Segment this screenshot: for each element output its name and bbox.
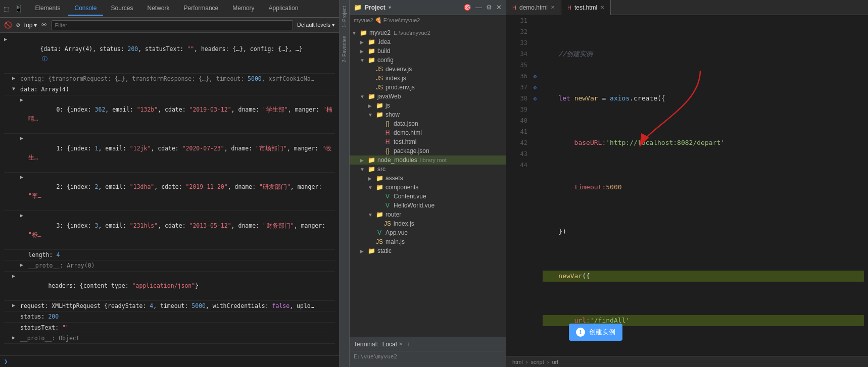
- build-folder-icon: 📁: [367, 47, 376, 55]
- appvue-label: App.vue: [385, 229, 408, 236]
- sidebar-project-label[interactable]: 1- Project: [341, 2, 348, 32]
- editor-tab-test[interactable]: H test.html ✕: [561, 0, 611, 15]
- tree-router[interactable]: ▼ 📁 router: [350, 210, 506, 219]
- tree-javaweb[interactable]: ▼ 📁 javaWeb: [350, 92, 506, 101]
- tree-demohtml[interactable]: H demo.html: [350, 128, 506, 137]
- tree-router-indexjs[interactable]: JS index.js: [350, 219, 506, 228]
- tree-nodemodules[interactable]: ▶ 📁 node_modules library root: [350, 155, 506, 165]
- breadcrumb-html: html: [512, 359, 523, 365]
- tooltip-text: 创建实例: [589, 327, 615, 338]
- tree-config[interactable]: ▼ 📁 config: [350, 56, 506, 65]
- gutter-41: [532, 126, 539, 137]
- tree-static[interactable]: ▶ 📁 static: [350, 246, 506, 255]
- console-text-2: config: {transformRequest: {…}, transfor…: [20, 74, 335, 83]
- tree-root[interactable]: ▼ 📁 myvue2 E:\vue\myvue2: [350, 28, 506, 37]
- tree-packagejson[interactable]: {} package.json: [350, 146, 506, 155]
- expand-icon-10[interactable]: ▶: [12, 272, 18, 280]
- expand-icon-7[interactable]: ▶: [20, 212, 26, 220]
- terminal-tab-local-label: Local: [382, 341, 397, 348]
- linenum-39: 39: [510, 104, 527, 115]
- tree-components[interactable]: ▼ 📁 components: [350, 183, 506, 192]
- console-text-6: 2: {index: 2, email: "13dha", cdate: "20…: [28, 173, 335, 211]
- sidebar-structure-label[interactable]: 2- Favorites: [341, 32, 348, 67]
- test-tab-close-icon[interactable]: ✕: [600, 5, 604, 10]
- tree-mainjs[interactable]: JS main.js: [350, 237, 506, 246]
- tree-testhtml[interactable]: H test.html: [350, 137, 506, 146]
- breadcrumb-root: myvue2: [354, 17, 373, 23]
- locate-icon[interactable]: 🎯: [463, 4, 471, 11]
- settings-icon[interactable]: ⚙: [486, 4, 492, 11]
- tree-helloworldvue[interactable]: V HelloWorld.vue: [350, 201, 506, 210]
- expand-icon-5[interactable]: ▶: [20, 134, 26, 142]
- tab-memory[interactable]: Memory: [226, 2, 260, 16]
- components-label: components: [385, 184, 418, 191]
- console-input-line: ❯: [0, 355, 339, 367]
- expand-icon-2[interactable]: ▶: [12, 74, 18, 82]
- code-line-31: //创建实例: [543, 48, 864, 60]
- js-label: js: [385, 102, 390, 109]
- packagejson-icon: {}: [383, 147, 392, 154]
- tab-sources[interactable]: Sources: [105, 2, 139, 16]
- block-icon[interactable]: 🚫: [4, 21, 12, 29]
- close-icon[interactable]: ✕: [496, 4, 502, 11]
- show-label: show: [385, 111, 400, 118]
- terminal-tab-local[interactable]: Local ✕: [382, 341, 403, 348]
- linenum-37: 37: [510, 82, 527, 93]
- tab-elements[interactable]: Elements: [29, 2, 66, 16]
- demo-tab-close-icon[interactable]: ✕: [551, 5, 555, 10]
- tree-build[interactable]: ▶ 📁 build: [350, 46, 506, 56]
- tab-performance[interactable]: Performance: [178, 2, 225, 16]
- datajson-label: data.json: [394, 120, 418, 127]
- console-filter-input[interactable]: [52, 20, 293, 30]
- clear-icon[interactable]: ⊘: [16, 21, 20, 29]
- tree-indexjs-config[interactable]: JS index.js: [350, 74, 506, 83]
- expand-icon-9[interactable]: ▶: [20, 261, 26, 269]
- tree-appvue[interactable]: V App.vue: [350, 228, 506, 237]
- expand-spacer-8: [20, 250, 26, 258]
- assets-folder-icon: 📁: [375, 175, 384, 182]
- editor-panel: H demo.html ✕ H test.html ✕ 31 32 33 34 …: [506, 0, 868, 367]
- tree-src[interactable]: ▼ 📁 src: [350, 165, 506, 174]
- contentvue-label: Content.vue: [394, 193, 426, 200]
- gutter-40: [532, 115, 539, 126]
- terminal-add-icon[interactable]: +: [407, 341, 410, 348]
- demo-tab-icon: H: [512, 5, 516, 11]
- console-line-3: ▼ data: Array(4): [4, 84, 335, 95]
- expand-icon-11[interactable]: ▶: [12, 301, 18, 309]
- expand-icon-4[interactable]: ▶: [20, 96, 26, 104]
- expand-icon-14[interactable]: ▶: [12, 334, 18, 342]
- tab-console[interactable]: Console: [68, 2, 103, 16]
- build-label: build: [377, 47, 390, 55]
- tree-js[interactable]: ▶ 📁 js: [350, 101, 506, 110]
- terminal-label: Terminal:: [354, 341, 378, 348]
- terminal-tab-close-icon[interactable]: ✕: [399, 341, 403, 347]
- tree-assets[interactable]: ▶ 📁 assets: [350, 174, 506, 183]
- inspect-icon[interactable]: ⬚: [4, 5, 8, 13]
- device-icon[interactable]: 📱: [14, 5, 23, 13]
- expand-icon-3[interactable]: ▼: [12, 85, 18, 93]
- collapse-icon[interactable]: —: [475, 4, 482, 11]
- console-text-14: __proto__: Object: [20, 334, 335, 343]
- tree-prodenvjs[interactable]: JS prod.env.js: [350, 83, 506, 92]
- default-levels-dropdown[interactable]: Default levels ▾: [297, 22, 335, 28]
- gutter-42: [532, 137, 539, 148]
- timeout-val: 5000: [606, 182, 621, 193]
- tab-network[interactable]: Network: [141, 2, 176, 16]
- breadcrumb-sep-2: ›: [547, 359, 549, 365]
- root-arrow-icon: ▼: [352, 30, 359, 36]
- tree-idea[interactable]: ▶ 📁 .idea: [350, 37, 506, 46]
- tree-devenvjs[interactable]: JS dev.env.js: [350, 65, 506, 74]
- eye-icon[interactable]: 👁: [41, 21, 47, 29]
- nodemodules-folder-icon: 📁: [367, 156, 376, 164]
- expand-icon-6[interactable]: ▶: [20, 173, 26, 181]
- tree-show[interactable]: ▼ 📁 show: [350, 110, 506, 119]
- tree-contentvue[interactable]: V Content.vue: [350, 192, 506, 201]
- editor-tab-demo[interactable]: H demo.html ✕: [506, 0, 561, 15]
- mainjs-icon: JS: [375, 238, 384, 245]
- tab-application[interactable]: Application: [263, 2, 305, 16]
- console-text-10: headers: {content-type: "application/jso…: [20, 272, 335, 300]
- expand-icon-1[interactable]: ▶: [4, 35, 10, 43]
- context-dropdown[interactable]: top ▾: [24, 22, 37, 29]
- tree-datajson[interactable]: {} data.json: [350, 119, 506, 128]
- router-folder-icon: 📁: [375, 211, 384, 218]
